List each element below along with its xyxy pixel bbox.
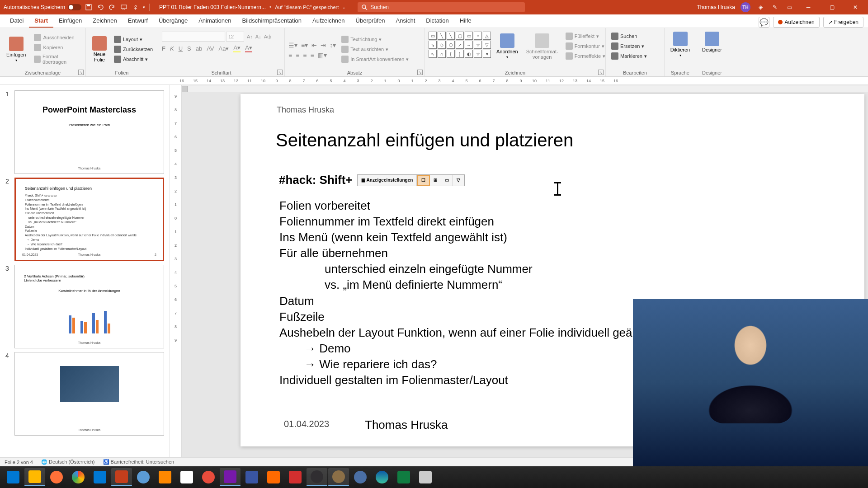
indent-dec-button[interactable]: ⇤ — [311, 42, 317, 49]
vertical-ruler[interactable]: 9876543210123456789 — [170, 85, 182, 457]
quick-styles-button[interactable]: Schnellformat- vorlagen — [524, 32, 561, 61]
user-avatar[interactable]: TH — [741, 2, 750, 12]
select-button[interactable]: Markieren ▾ — [609, 52, 660, 61]
taskbar-explorer[interactable] — [24, 468, 45, 486]
font-size-combo[interactable] — [226, 32, 244, 42]
decrease-font-icon[interactable]: A↓ — [255, 34, 261, 39]
search-box[interactable]: Suchen — [358, 2, 525, 12]
taskbar-chrome[interactable] — [68, 468, 89, 486]
diamond-icon[interactable]: ◈ — [756, 3, 765, 12]
tab-entwurf[interactable]: Entwurf — [123, 14, 153, 28]
format-painter-button[interactable]: Format übertragen — [32, 53, 82, 66]
slide-footer-author[interactable]: Thomas Hruska — [365, 418, 448, 432]
undo-icon[interactable] — [96, 3, 105, 12]
align-justify-button[interactable]: ≡ — [311, 52, 314, 59]
replace-button[interactable]: Ersetzen ▾ — [609, 42, 660, 51]
thumbnail-slide-4[interactable]: Thomas Hruska — [14, 352, 164, 436]
shapes-gallery[interactable]: ▭╲╲▢▭○△ ↘◇⬡↗→☆▽ ∿∩{}◐☆▾ — [429, 32, 491, 58]
minimize-button[interactable]: ─ — [799, 0, 817, 14]
comments-button[interactable]: 💬 — [759, 17, 769, 28]
fontcolor-button[interactable]: A▾ — [245, 44, 252, 52]
thumbnail-slide-1[interactable]: PowerPoint Masterclass Präsentieren wie … — [14, 90, 164, 174]
status-slide-count[interactable]: Folie 2 von 4 — [5, 460, 33, 465]
share-button[interactable]: ↗ Freigeben — [823, 17, 863, 28]
autosave-toggle[interactable]: Automatisches Speichern — [4, 4, 81, 10]
slide-author-top[interactable]: Thomas Hruska — [277, 105, 334, 115]
filename-area[interactable]: PPT 01 Roter Faden 003 Folien-Nummern...… — [159, 4, 346, 10]
clipboard-dialog-launcher[interactable]: ↘ — [78, 70, 84, 75]
taskbar-app-7[interactable] — [350, 468, 371, 486]
italic-button[interactable]: K — [170, 45, 174, 52]
arrange-button[interactable]: Anordnen▾ — [494, 32, 521, 61]
drawing-dialog-launcher[interactable]: ↘ — [598, 70, 604, 75]
text-direction-button[interactable]: Textrichtung ▾ — [340, 35, 410, 44]
designer-button[interactable]: Designer — [700, 30, 724, 54]
copy-button[interactable]: Kopieren — [32, 43, 82, 52]
status-accessibility[interactable]: ♿ Barrierefreiheit: Untersuchen — [103, 459, 175, 465]
paste-button[interactable]: Einfügen▾ — [4, 35, 28, 64]
taskbar-app-1[interactable] — [133, 468, 154, 486]
case-button[interactable]: Aa▾ — [219, 45, 229, 52]
slideshow-start-icon[interactable] — [119, 3, 128, 12]
taskbar-vlc[interactable] — [155, 468, 175, 486]
highlight-button[interactable]: A▾ — [233, 44, 241, 52]
font-dialog-launcher[interactable]: ↘ — [277, 70, 283, 75]
align-right-button[interactable]: ≡ — [303, 52, 307, 59]
thumbnail-slide-2[interactable]: Seitenanzahl einfügen und platzieren #ha… — [14, 178, 164, 261]
record-button[interactable]: Aufzeichnen — [773, 17, 820, 28]
dictate-button[interactable]: Diktieren▾ — [668, 30, 692, 59]
clear-format-icon[interactable]: Aф — [264, 34, 271, 39]
taskbar-firefox[interactable] — [46, 468, 67, 486]
outline-button[interactable]: Formkontur ▾ — [564, 42, 608, 51]
taskbar-visio[interactable] — [241, 468, 262, 486]
fill-button[interactable]: Fülleffekt ▾ — [564, 32, 608, 41]
tab-dictation[interactable]: Dictation — [420, 14, 454, 28]
numbering-button[interactable]: ≡▾ — [301, 42, 308, 49]
taskbar-excel[interactable] — [393, 468, 414, 486]
increase-font-icon[interactable]: A↑ — [247, 34, 253, 39]
smartart-button[interactable]: In SmartArt konvertieren ▾ — [340, 55, 410, 64]
user-name[interactable]: Thomas Hruska — [697, 4, 735, 10]
linespace-button[interactable]: ↕▾ — [330, 42, 336, 49]
find-button[interactable]: Suchen — [609, 32, 660, 41]
redo-icon[interactable] — [108, 3, 117, 12]
horizontal-ruler[interactable]: 1615141312111098765432101234567891011121… — [0, 77, 868, 85]
save-icon[interactable] — [84, 3, 93, 12]
strike-button[interactable]: S — [187, 45, 191, 52]
tab-start[interactable]: Start — [29, 14, 53, 28]
tab-aufzeichnen[interactable]: Aufzeichnen — [307, 14, 350, 28]
thumbnail-slide-3[interactable]: 2 Vertikale Achsen (Primär, sekundär)Lin… — [14, 265, 164, 348]
shadow-button[interactable]: ab — [196, 45, 202, 52]
bold-button[interactable]: F — [162, 45, 165, 52]
charspace-button[interactable]: AV — [207, 45, 214, 52]
columns-button[interactable]: ▥▾ — [318, 52, 327, 59]
align-left-button[interactable]: ≡ — [288, 52, 292, 59]
slide-title[interactable]: Seitenanzahl einfügen und platzieren — [276, 130, 573, 150]
slide-body-text[interactable]: Folien vorbereitet Foliennummer im Textf… — [279, 198, 694, 388]
font-family-combo[interactable] — [162, 32, 225, 42]
cut-button[interactable]: Ausschneiden — [32, 33, 82, 42]
align-center-button[interactable]: ≡ — [296, 52, 299, 59]
slide-date[interactable]: 01.04.2023 — [284, 419, 329, 429]
tab-einfügen[interactable]: Einfügen — [53, 14, 87, 28]
taskbar-app-6[interactable] — [328, 468, 349, 486]
paragraph-dialog-launcher[interactable]: ↘ — [417, 70, 423, 75]
new-slide-button[interactable]: Neue Folie — [90, 34, 109, 64]
underline-button[interactable]: U — [179, 45, 183, 52]
tab-ansicht[interactable]: Ansicht — [391, 14, 421, 28]
touch-mode-icon[interactable] — [131, 3, 140, 12]
maximize-button[interactable]: ▢ — [823, 0, 841, 14]
taskbar-outlook[interactable] — [90, 468, 110, 486]
taskbar-obs[interactable] — [307, 468, 327, 486]
reset-button[interactable]: Zurücksetzen — [112, 45, 155, 54]
horizontal-scrollbar[interactable] — [182, 85, 868, 92]
tab-animationen[interactable]: Animationen — [193, 14, 236, 28]
effects-button[interactable]: Formeffekte ▾ — [564, 52, 608, 61]
taskbar-app-4[interactable] — [263, 468, 284, 486]
bullets-button[interactable]: ☰▾ — [288, 42, 297, 49]
taskbar-powerpoint[interactable] — [111, 468, 132, 486]
tab-bildschirmpräsentation[interactable]: Bildschirmpräsentation — [236, 14, 307, 28]
tab-zeichnen[interactable]: Zeichnen — [87, 14, 122, 28]
taskbar-app-5[interactable] — [285, 468, 306, 486]
align-text-button[interactable]: Text ausrichten ▾ — [340, 45, 410, 54]
